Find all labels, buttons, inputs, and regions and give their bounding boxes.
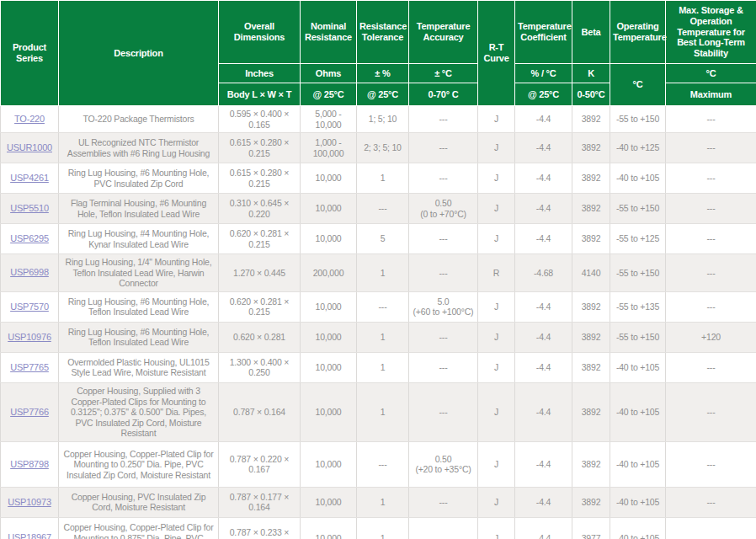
coefficient-cell: -4.4 — [515, 352, 572, 382]
rt-curve-cell: J — [478, 133, 515, 163]
operating-cell: -40 to +105 — [610, 517, 666, 539]
product-series-link[interactable]: USP7765 — [10, 362, 49, 372]
product-series-link[interactable]: USP5510 — [10, 203, 49, 213]
accuracy-cell: --- — [409, 163, 478, 194]
beta-cell: 3892 — [572, 352, 610, 382]
product-series-cell: USP8798 — [1, 441, 59, 487]
product-series-cell: USUR1000 — [1, 133, 59, 163]
operating-cell: -55 to +150 — [610, 254, 666, 292]
header-max-storage-condition: Maximum — [666, 83, 756, 106]
table-row: USP10973 Copper Housing, PVC Insulated Z… — [1, 487, 756, 517]
max-storage-cell: --- — [666, 224, 756, 254]
description-cell: Copper Housing, Supplied with 3 Copper-P… — [59, 382, 219, 441]
beta-cell: 4140 — [572, 254, 610, 292]
operating-cell: -40 to +105 — [610, 163, 666, 194]
accuracy-cell: --- — [409, 133, 478, 163]
coefficient-cell: -4.4 — [515, 194, 572, 224]
product-series-link[interactable]: USP7766 — [10, 407, 49, 417]
dimensions-cell: 0.310 × 0.645 × 0.220 — [219, 194, 301, 224]
max-storage-cell: --- — [666, 352, 756, 382]
rt-curve-cell: J — [478, 382, 515, 441]
product-series-link[interactable]: USP4261 — [10, 173, 49, 183]
table-row: USP6295 Ring Lug Housing, #4 Mounting Ho… — [1, 224, 756, 254]
coefficient-cell: -4.4 — [515, 133, 572, 163]
operating-cell: -55 to +135 — [610, 291, 666, 322]
coefficient-cell: -4.4 — [515, 517, 572, 539]
description-cell: Ring Lug Housing, #4 Mounting Hole, Kyna… — [59, 224, 219, 254]
table-row: USP10976 Ring Lug Housing, #6 Mounting H… — [1, 322, 756, 352]
product-series-cell: USP5510 — [1, 194, 59, 224]
description-cell: Copper Housing, Copper-Plated Clip for M… — [59, 441, 219, 487]
coefficient-cell: -4.4 — [515, 487, 572, 517]
header-beta: Beta — [572, 1, 610, 64]
max-storage-cell: --- — [666, 382, 756, 441]
coefficient-cell: -4.4 — [515, 291, 572, 322]
product-series-link[interactable]: USP6998 — [10, 267, 49, 277]
rt-curve-cell: J — [478, 322, 515, 352]
accuracy-cell: --- — [409, 254, 478, 292]
coefficient-cell: -4.4 — [515, 441, 572, 487]
max-storage-cell: --- — [666, 106, 756, 133]
rt-curve-cell: J — [478, 224, 515, 254]
product-series-link[interactable]: USUR1000 — [7, 142, 52, 152]
beta-cell: 3892 — [572, 291, 610, 322]
header-description: Description — [59, 1, 219, 106]
rt-curve-cell: J — [478, 441, 515, 487]
beta-cell: 3892 — [572, 382, 610, 441]
coefficient-cell: -4.4 — [515, 322, 572, 352]
table-row: TO-220 TO-220 Package Thermistors 0.595 … — [1, 106, 756, 133]
product-series-cell: USP6295 — [1, 224, 59, 254]
header-dimensions-unit: Inches — [219, 64, 301, 83]
resistance-cell: 10,000 — [301, 322, 357, 352]
dimensions-cell: 1.270 × 0.445 — [219, 254, 301, 292]
product-series-cell: USP6998 — [1, 254, 59, 292]
resistance-cell: 10,000 — [301, 352, 357, 382]
tolerance-cell: 1 — [357, 517, 409, 539]
dimensions-cell: 0.787 × 0.233 × 0.164 — [219, 517, 301, 539]
description-cell: Ring Lug Housing, #6 Mounting Hole, PVC … — [59, 163, 219, 194]
rt-curve-cell: J — [478, 487, 515, 517]
product-series-link[interactable]: USP10976 — [8, 332, 51, 342]
max-storage-cell: +120 — [666, 322, 756, 352]
coefficient-cell: -4.68 — [515, 254, 572, 292]
header-coefficient-condition: @ 25°C — [515, 83, 572, 106]
resistance-cell: 10,000 — [301, 487, 357, 517]
dimensions-cell: 0.620 × 0.281 × 0.215 — [219, 224, 301, 254]
resistance-cell: 10,000 — [301, 224, 357, 254]
product-series-link[interactable]: TO-220 — [14, 114, 45, 124]
product-series-link[interactable]: USP8798 — [10, 459, 49, 469]
product-series-cell: USP4261 — [1, 163, 59, 194]
description-cell: UL Recognized NTC Thermistor Assemblies … — [59, 133, 219, 163]
resistance-cell: 10,000 — [301, 382, 357, 441]
description-cell: Copper Housing, PVC Insulated Zip Cord, … — [59, 487, 219, 517]
resistance-cell: 1,000 - 100,000 — [301, 133, 357, 163]
accuracy-cell: --- — [409, 106, 478, 133]
table-row: USP7765 Overmolded Plastic Housing, UL10… — [1, 352, 756, 382]
table-row: USUR1000 UL Recognized NTC Thermistor As… — [1, 133, 756, 163]
max-storage-cell: --- — [666, 487, 756, 517]
rt-curve-cell: J — [478, 291, 515, 322]
product-series-link[interactable]: USP18967 — [8, 532, 51, 539]
product-series-link[interactable]: USP10973 — [8, 497, 51, 507]
tolerance-cell: --- — [357, 291, 409, 322]
beta-cell: 3892 — [572, 322, 610, 352]
accuracy-cell: --- — [409, 322, 478, 352]
rt-curve-cell: J — [478, 194, 515, 224]
tolerance-cell: --- — [357, 441, 409, 487]
product-series-link[interactable]: USP7570 — [10, 302, 49, 312]
header-resistance-tolerance: Resistance Tolerance — [357, 1, 409, 64]
product-series-cell: USP18967 — [1, 517, 59, 539]
table-row: USP5510 Flag Terminal Housing, #6 Mounti… — [1, 194, 756, 224]
header-temperature-coefficient: Temperature Coefficient — [515, 1, 572, 64]
tolerance-cell: 5 — [357, 224, 409, 254]
dimensions-cell: 0.615 × 0.280 × 0.215 — [219, 163, 301, 194]
description-cell: Ring Lug Housing, #6 Mounting Hole, Tefl… — [59, 322, 219, 352]
rt-curve-cell: J — [478, 517, 515, 539]
thermistor-spec-table: Product Series Description Overall Dimen… — [0, 0, 756, 539]
product-series-link[interactable]: USP6295 — [10, 233, 49, 243]
resistance-cell: 10,000 — [301, 517, 357, 539]
dimensions-cell: 0.787 × 0.177 × 0.164 — [219, 487, 301, 517]
beta-cell: 3892 — [572, 487, 610, 517]
dimensions-cell: 0.787 × 0.164 — [219, 382, 301, 441]
header-product-series: Product Series — [1, 1, 59, 106]
